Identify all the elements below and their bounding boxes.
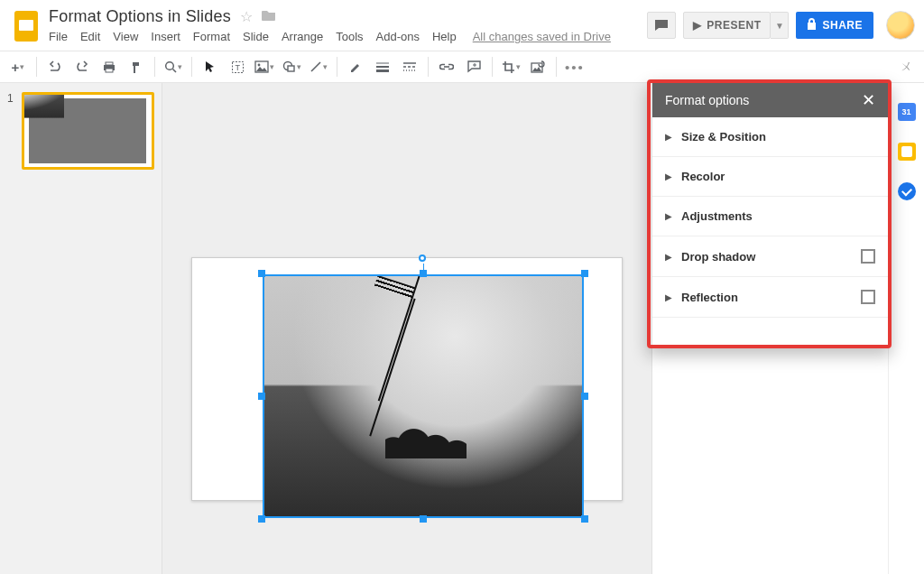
caret-right-icon: ▶ bbox=[665, 211, 672, 221]
main-area: 1 bbox=[0, 83, 924, 574]
section-size-position[interactable]: ▶ Size & Position bbox=[652, 117, 888, 157]
toolbar: +▾ ▾ T ▾ ▾ ▾ ▾ ••• ㄨ bbox=[0, 51, 924, 83]
close-icon[interactable]: ✕ bbox=[862, 90, 875, 110]
slides-logo bbox=[9, 9, 43, 43]
present-button[interactable]: ▶ PRESENT bbox=[683, 12, 772, 39]
separator bbox=[492, 57, 493, 77]
shape-tool[interactable]: ▾ bbox=[279, 54, 304, 79]
border-dash-button[interactable] bbox=[397, 54, 422, 79]
section-label: Reflection bbox=[681, 291, 738, 304]
slide-canvas[interactable] bbox=[191, 257, 623, 501]
section-recolor[interactable]: ▶ Recolor bbox=[652, 157, 888, 197]
menu-help[interactable]: Help bbox=[432, 30, 457, 43]
zoom-button[interactable]: ▾ bbox=[161, 54, 186, 79]
selected-image[interactable] bbox=[263, 274, 584, 518]
slide-thumbnail[interactable]: 1 bbox=[7, 92, 154, 170]
tasks-icon[interactable] bbox=[898, 182, 916, 200]
insert-comment-button[interactable] bbox=[461, 54, 486, 79]
resize-handle-bl[interactable] bbox=[258, 515, 265, 523]
menu-insert[interactable]: Insert bbox=[151, 30, 180, 43]
paint-format-button[interactable] bbox=[124, 54, 149, 79]
collapse-toolbar-button[interactable]: ㄨ bbox=[893, 59, 919, 75]
line-tool[interactable]: ▾ bbox=[306, 54, 331, 79]
slide-number: 1 bbox=[7, 92, 16, 170]
calendar-icon[interactable]: 31 bbox=[898, 103, 916, 121]
svg-line-7 bbox=[173, 69, 177, 73]
svg-rect-5 bbox=[134, 69, 135, 73]
menu-tools[interactable]: Tools bbox=[336, 30, 363, 43]
format-options-title: Format options bbox=[665, 93, 749, 107]
svg-rect-1 bbox=[19, 20, 33, 31]
share-button[interactable]: SHARE bbox=[796, 12, 873, 39]
rotate-handle[interactable] bbox=[419, 255, 426, 262]
resize-handle-tl[interactable] bbox=[258, 270, 265, 277]
drop-shadow-checkbox[interactable] bbox=[861, 249, 875, 264]
undo-button[interactable] bbox=[42, 54, 68, 79]
format-options-header: Format options ✕ bbox=[652, 83, 888, 117]
keep-icon[interactable] bbox=[898, 143, 916, 161]
comments-button[interactable] bbox=[647, 12, 676, 39]
print-button[interactable] bbox=[97, 54, 122, 79]
separator bbox=[191, 57, 192, 77]
resize-handle-tr[interactable] bbox=[581, 270, 588, 277]
svg-rect-4 bbox=[106, 69, 113, 72]
star-icon[interactable]: ☆ bbox=[240, 8, 253, 25]
textbox-tool[interactable]: T bbox=[225, 54, 250, 79]
border-weight-button[interactable] bbox=[370, 54, 395, 79]
separator bbox=[36, 57, 37, 77]
image-tool[interactable]: ▾ bbox=[252, 54, 277, 79]
reflection-checkbox[interactable] bbox=[861, 290, 875, 304]
svg-point-11 bbox=[258, 64, 261, 67]
section-label: Adjustments bbox=[681, 209, 753, 223]
filmstrip: 1 bbox=[0, 83, 162, 574]
lock-icon bbox=[807, 18, 817, 32]
section-label: Drop shadow bbox=[681, 250, 755, 264]
play-icon: ▶ bbox=[693, 19, 702, 32]
canvas-area[interactable] bbox=[162, 83, 651, 574]
separator bbox=[556, 57, 557, 77]
insert-link-button[interactable] bbox=[434, 54, 459, 79]
resize-handle-ml[interactable] bbox=[258, 393, 265, 400]
header-actions: ▶ PRESENT ▼ SHARE bbox=[647, 11, 915, 40]
resize-handle-tm[interactable] bbox=[420, 270, 427, 277]
menu-slide[interactable]: Slide bbox=[243, 30, 269, 43]
svg-text:T: T bbox=[235, 63, 240, 72]
share-label: SHARE bbox=[822, 19, 863, 32]
menu-arrange[interactable]: Arrange bbox=[282, 30, 323, 43]
document-title[interactable]: Format Options in Slides bbox=[49, 7, 231, 26]
section-adjustments[interactable]: ▶ Adjustments bbox=[652, 197, 888, 236]
resize-handle-mr[interactable] bbox=[581, 393, 588, 400]
menu-edit[interactable]: Edit bbox=[80, 30, 100, 43]
new-slide-button[interactable]: +▾ bbox=[5, 54, 31, 79]
border-color-button[interactable] bbox=[343, 54, 368, 79]
caret-right-icon: ▶ bbox=[665, 171, 672, 181]
menu-file[interactable]: File bbox=[49, 30, 68, 43]
image-content[interactable] bbox=[263, 274, 584, 518]
menu-view[interactable]: View bbox=[113, 30, 138, 43]
title-area: Format Options in Slides ☆ File Edit Vie… bbox=[49, 7, 647, 43]
resize-handle-bm[interactable] bbox=[420, 515, 427, 523]
svg-line-14 bbox=[311, 62, 320, 71]
select-tool[interactable] bbox=[198, 54, 223, 79]
separator bbox=[337, 57, 337, 77]
svg-point-6 bbox=[166, 62, 174, 70]
section-label: Recolor bbox=[681, 170, 725, 183]
menu-format[interactable]: Format bbox=[193, 30, 230, 43]
account-avatar[interactable] bbox=[886, 11, 915, 40]
move-folder-icon[interactable] bbox=[262, 9, 276, 25]
section-drop-shadow[interactable]: ▶ Drop shadow bbox=[652, 236, 888, 277]
present-dropdown[interactable]: ▼ bbox=[771, 12, 789, 39]
redo-button[interactable] bbox=[69, 54, 95, 79]
menu-addons[interactable]: Add-ons bbox=[376, 30, 420, 43]
section-reflection[interactable]: ▶ Reflection bbox=[652, 277, 888, 318]
svg-rect-3 bbox=[106, 62, 113, 65]
slide-thumb-image bbox=[29, 98, 146, 163]
caret-right-icon: ▶ bbox=[665, 252, 672, 262]
separator bbox=[428, 57, 429, 77]
crop-button[interactable]: ▾ bbox=[498, 54, 523, 79]
reset-image-button[interactable] bbox=[525, 54, 550, 79]
caret-right-icon: ▶ bbox=[665, 132, 672, 142]
more-tools-button[interactable]: ••• bbox=[562, 54, 587, 79]
resize-handle-br[interactable] bbox=[581, 515, 588, 523]
save-status[interactable]: All changes saved in Drive bbox=[473, 30, 611, 43]
